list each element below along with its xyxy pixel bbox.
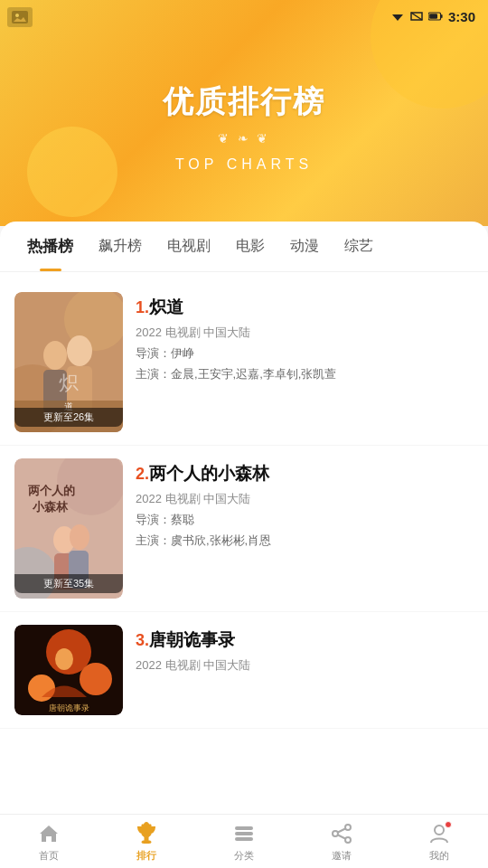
status-bar: 3:30 — [0, 0, 488, 33]
chart-cast-2: 主演：虞书欣,张彬彬,肖恩 — [136, 532, 474, 550]
poster-2-label: 更新至35集 — [14, 574, 123, 593]
svg-line-44 — [338, 835, 345, 838]
user-icon — [427, 821, 452, 846]
svg-rect-37 — [235, 826, 253, 830]
chart-info-3: 3 . 唐朝诡事录 2022 电视剧 中国大陆 — [136, 625, 474, 678]
nav-category-label: 分类 — [234, 849, 254, 863]
svg-marker-0 — [392, 14, 403, 21]
status-time: 3:30 — [448, 9, 475, 24]
nav-invite[interactable]: 邀请 — [293, 821, 390, 863]
banner-divider: ❦ ❧ ❦ — [172, 128, 316, 151]
svg-rect-38 — [235, 832, 253, 835]
chart-cast-1: 主演：金晨,王安宇,迟嘉,李卓钊,张凯萱 — [136, 365, 474, 383]
svg-point-30 — [80, 663, 112, 695]
chart-title-3: 唐朝诡事录 — [149, 628, 235, 652]
poster-1: 炽 道 更新至26集 — [14, 292, 123, 432]
nav-chart[interactable]: 排行 — [98, 821, 195, 863]
bottom-nav: 首页 排行 分类 — [0, 814, 488, 868]
banner-title: 优质排行榜 — [163, 81, 325, 123]
svg-text:❦ ❧ ❦: ❦ ❧ ❦ — [218, 132, 270, 146]
svg-point-40 — [345, 825, 351, 830]
chart-item-3[interactable]: 唐朝诡事录 3 . 唐朝诡事录 2022 电视剧 中国大陆 — [0, 612, 488, 729]
rank-title-1: 1 . 炽道 — [136, 296, 474, 319]
svg-line-2 — [411, 13, 422, 20]
wifi-icon — [390, 9, 405, 24]
chart-list: 炽 道 更新至26集 1 . 炽道 2022 电视剧 中国大陆 导演：伊峥 主演… — [0, 272, 488, 736]
status-icons — [390, 9, 443, 24]
signal-icon — [409, 9, 424, 24]
share-icon — [329, 821, 354, 846]
chart-director-1: 导演：伊峥 — [136, 345, 474, 362]
rank-title-3: 3 . 唐朝诡事录 — [136, 628, 474, 652]
chart-info-1: 1 . 炽道 2022 电视剧 中国大陆 导演：伊峥 主演：金晨,王安宇,迟嘉,… — [136, 292, 474, 383]
poster-2: 两个人的 小森林 更新至35集 — [14, 458, 123, 599]
chart-meta-3: 2022 电视剧 中国大陆 — [136, 657, 474, 674]
tabs-container: 热播榜 飙升榜 电视剧 电影 动漫 综艺 — [0, 222, 488, 272]
nav-category[interactable]: 分类 — [195, 821, 293, 863]
svg-point-41 — [333, 831, 338, 836]
svg-rect-4 — [441, 14, 443, 18]
svg-point-12 — [67, 335, 92, 366]
svg-point-36 — [145, 822, 149, 826]
nav-invite-label: 邀请 — [332, 849, 352, 863]
tab-anime[interactable]: 动漫 — [277, 222, 332, 270]
trophy-icon — [134, 821, 159, 846]
header-banner: 优质排行榜 ❦ ❧ ❦ TOP CHARTS — [0, 0, 488, 226]
nav-home-label: 首页 — [39, 849, 59, 863]
nav-profile-label: 我的 — [429, 849, 449, 863]
svg-point-32 — [55, 648, 73, 670]
chart-title-2: 两个人的小森林 — [149, 462, 269, 486]
battery-icon — [428, 9, 443, 24]
svg-point-14 — [43, 341, 67, 370]
nav-chart-label: 排行 — [136, 849, 156, 863]
svg-text:唐朝诡事录: 唐朝诡事录 — [49, 703, 89, 712]
svg-point-42 — [345, 837, 351, 843]
chart-title-1: 炽道 — [149, 296, 183, 319]
svg-line-43 — [338, 828, 345, 832]
tab-tv[interactable]: 电视剧 — [155, 222, 223, 270]
grid-icon — [231, 821, 257, 846]
svg-text:小森林: 小森林 — [32, 500, 69, 514]
home-icon — [36, 821, 61, 846]
svg-point-25 — [70, 524, 89, 550]
tab-hot[interactable]: 热播榜 — [14, 222, 86, 271]
tab-variety[interactable]: 综艺 — [332, 222, 386, 270]
rank-number-2: 2 — [136, 465, 145, 484]
chart-director-2: 导演：蔡聪 — [136, 512, 474, 528]
main-content: 热播榜 飙升榜 电视剧 电影 动漫 综艺 — [0, 222, 488, 814]
svg-point-31 — [28, 675, 55, 702]
banner-subtitle: TOP CHARTS — [175, 156, 313, 173]
chart-item-2[interactable]: 两个人的 小森林 更新至35集 2 . 两个人的小森林 — [0, 446, 488, 612]
chart-meta-1: 2022 电视剧 中国大陆 — [136, 325, 474, 341]
nav-profile[interactable]: 我的 — [390, 821, 488, 863]
svg-rect-5 — [429, 14, 437, 19]
chart-meta-2: 2022 电视剧 中国大陆 — [136, 491, 474, 507]
tab-movie[interactable]: 电影 — [223, 222, 277, 270]
rank-number-1: 1 — [136, 298, 145, 317]
chart-item-1[interactable]: 炽 道 更新至26集 1 . 炽道 2022 电视剧 中国大陆 导演：伊峥 主演… — [0, 279, 488, 446]
svg-text:两个人的: 两个人的 — [28, 484, 75, 497]
poster-1-label: 更新至26集 — [14, 408, 123, 427]
nav-home[interactable]: 首页 — [0, 821, 98, 863]
svg-text:炽: 炽 — [59, 372, 79, 394]
rank-title-2: 2 . 两个人的小森林 — [136, 462, 474, 486]
chart-info-2: 2 . 两个人的小森林 2022 电视剧 中国大陆 导演：蔡聪 主演：虞书欣,张… — [136, 458, 474, 550]
svg-point-45 — [435, 826, 444, 835]
rank-number-3: 3 — [136, 631, 145, 650]
svg-rect-39 — [235, 837, 253, 841]
svg-rect-35 — [142, 841, 151, 844]
tab-rising[interactable]: 飙升榜 — [86, 222, 155, 270]
poster-3: 唐朝诡事录 — [14, 625, 123, 715]
